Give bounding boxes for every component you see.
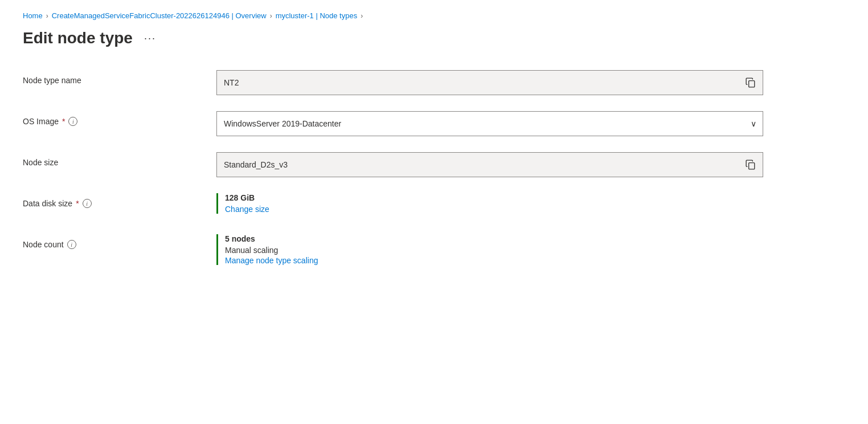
more-options-button[interactable]: ··· bbox=[140, 30, 161, 47]
page-header: Edit node type ··· bbox=[23, 29, 845, 47]
node-size-wrapper bbox=[216, 152, 763, 177]
os-image-row: OS Image * i WindowsServer 2019-Datacent… bbox=[23, 111, 820, 136]
node-size-input[interactable] bbox=[216, 152, 763, 177]
node-type-name-input[interactable] bbox=[216, 70, 763, 95]
node-count-label: Node count i bbox=[23, 234, 216, 249]
breadcrumb-separator-2: › bbox=[270, 12, 272, 20]
data-disk-size-value: 128 GiB bbox=[225, 193, 763, 202]
data-disk-size-info-icon[interactable]: i bbox=[83, 199, 92, 208]
data-disk-size-required: * bbox=[76, 199, 79, 208]
node-type-name-copy-button[interactable] bbox=[739, 71, 763, 95]
breadcrumb-overview[interactable]: CreateManagedServiceFabricCluster-202262… bbox=[52, 11, 267, 20]
node-count-info-icon[interactable]: i bbox=[67, 240, 76, 249]
node-type-name-input-area bbox=[216, 70, 763, 95]
os-image-select[interactable]: WindowsServer 2019-Datacenter WindowsSer… bbox=[216, 111, 763, 136]
node-type-name-row: Node type name bbox=[23, 70, 820, 95]
node-count-value: 5 nodes bbox=[225, 234, 763, 243]
node-size-input-area bbox=[216, 152, 763, 177]
node-count-value-bar: 5 nodes Manual scaling Manage node type … bbox=[216, 234, 763, 265]
copy-icon bbox=[746, 78, 756, 88]
node-size-row: Node size bbox=[23, 152, 820, 177]
data-disk-size-label: Data disk size * i bbox=[23, 193, 216, 208]
breadcrumb-separator-1: › bbox=[46, 12, 48, 20]
svg-rect-1 bbox=[749, 163, 755, 169]
node-size-label: Node size bbox=[23, 152, 216, 167]
os-image-input-area: WindowsServer 2019-Datacenter WindowsSer… bbox=[216, 111, 763, 136]
node-count-row: Node count i 5 nodes Manual scaling Mana… bbox=[23, 234, 820, 265]
os-image-dropdown-wrapper: WindowsServer 2019-Datacenter WindowsSer… bbox=[216, 111, 763, 136]
node-count-input-area: 5 nodes Manual scaling Manage node type … bbox=[216, 234, 763, 265]
copy-icon-2 bbox=[746, 160, 756, 170]
node-type-name-wrapper bbox=[216, 70, 763, 95]
os-image-required: * bbox=[62, 117, 65, 126]
os-image-label: OS Image * i bbox=[23, 111, 216, 126]
change-size-link[interactable]: Change size bbox=[225, 205, 269, 214]
page-title: Edit node type bbox=[23, 29, 133, 47]
svg-rect-0 bbox=[749, 81, 755, 87]
breadcrumb-home[interactable]: Home bbox=[23, 11, 43, 20]
node-count-scaling-type: Manual scaling bbox=[225, 246, 763, 255]
data-disk-size-input-area: 128 GiB Change size bbox=[216, 193, 763, 214]
edit-node-type-form: Node type name OS Image * i bbox=[23, 70, 820, 265]
manage-node-scaling-link[interactable]: Manage node type scaling bbox=[225, 256, 318, 265]
breadcrumb: Home › CreateManagedServiceFabricCluster… bbox=[23, 11, 845, 20]
breadcrumb-separator-3: › bbox=[361, 12, 363, 20]
breadcrumb-node-types[interactable]: mycluster-1 | Node types bbox=[276, 11, 358, 20]
data-disk-size-value-bar: 128 GiB Change size bbox=[216, 193, 763, 214]
node-type-name-label: Node type name bbox=[23, 70, 216, 85]
data-disk-size-row: Data disk size * i 128 GiB Change size bbox=[23, 193, 820, 218]
os-image-info-icon[interactable]: i bbox=[68, 117, 77, 126]
node-size-copy-button[interactable] bbox=[739, 153, 763, 177]
